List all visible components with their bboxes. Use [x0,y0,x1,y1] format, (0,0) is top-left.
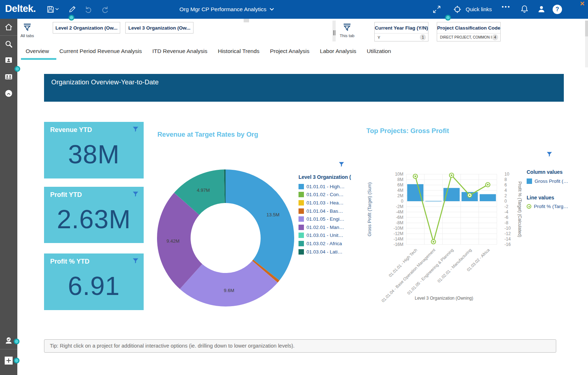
legend-item[interactable]: 01.01.01 - High… [299,182,353,191]
close-icon[interactable]: ✕ [580,0,585,8]
all-tabs-filter-icon[interactable] [22,23,32,32]
legend-item[interactable]: 01.01.05 - Engi… [299,215,353,223]
legend-label: Gross Profit (… [535,178,568,184]
legend-item[interactable]: 01.01.02 - Con… [299,191,353,199]
legend-item[interactable]: Gross Profit (… [527,177,584,185]
bar[interactable] [425,201,441,201]
left-axis-tick: -16M [393,242,403,247]
donut-legend: Level 3 Organization ( 01.01.01 - High…0… [299,174,353,256]
kpi-label: Profit % YTD [50,258,90,265]
help-icon[interactable]: ? [553,5,562,14]
right-axis-title: Profit % (Target) (Calculated) [517,181,522,237]
edit-pencil-icon[interactable] [68,5,77,14]
undo-icon[interactable] [84,5,93,14]
divider-drag-handle[interactable] [333,30,334,35]
tab-project-analysis[interactable]: Project Analysis [270,48,309,54]
quick-links-button[interactable]: Quick links [466,6,492,12]
filter-current-year-flag[interactable]: Current Year Flag (Y/N) Y 1 [374,22,428,41]
kpi-value: 6.91 [44,265,144,310]
dashboard: Deltek. Org Mgr CP Performance Analytics [0,0,588,375]
vertical-scrollbar[interactable] [585,21,588,67]
legend-item[interactable]: 01.01.04 - Bas… [299,207,353,215]
add-plus-button[interactable] [4,356,13,365]
dashboard-title[interactable]: Org Mgr CP Performance Analytics [179,6,274,13]
this-tab-filter-icon[interactable] [342,23,352,32]
filter-chip-label: Level 3 Organization (Ow... [128,25,190,31]
section-banner-title: Organization Overview-Year-to-Date [51,78,159,86]
filter-chip-level3-org[interactable]: Level 3 Organization (Ow... [125,22,193,34]
tab-utilization[interactable]: Utilization [367,48,391,54]
expand-icon[interactable] [432,5,441,14]
kpi-label: Revenue YTD [50,126,92,134]
vertical-scrollbar-thumb[interactable] [585,21,588,36]
annotation-dot [14,339,19,344]
revenue-donut-chart[interactable]: 13.5M9.6M9.42M4.97M [153,162,298,310]
left-axis-tick: 8M [397,177,404,182]
x-axis-title: Level 3 Organization (Owning) [415,296,473,301]
filter-project-classification[interactable]: Project Classification Code DIRECT PROJE… [437,22,501,41]
right-axis-tick: -8 [505,220,509,225]
search-icon[interactable] [4,40,13,48]
legend-swatch [299,184,304,189]
filter-icon[interactable] [132,191,139,197]
legend-item[interactable]: 01.03.02 - Africa [299,239,353,248]
quick-links-target-icon[interactable] [453,5,462,14]
more-options-icon[interactable]: ••• [502,4,511,10]
sidebar-divider [0,349,17,349]
tab-labor-analysis[interactable]: Labor Analysis [320,48,356,54]
top-bar: Deltek. Org Mgr CP Performance Analytics [0,0,588,19]
legend-item[interactable]: 01.01.03 - Hea… [299,199,353,207]
right-axis-tick: -12 [505,231,511,236]
tab-historical-trends[interactable]: Historical Trends [218,48,259,54]
title-chevron-down-icon [270,8,274,11]
kpi-value: 38M [44,134,144,178]
legend-item[interactable]: Profit % (Targ… [527,203,584,211]
employee-badge-icon[interactable] [4,56,13,65]
slice-value-label: 4.97M [197,188,210,193]
filter-icon[interactable] [132,258,139,264]
filter-icon[interactable] [339,162,344,167]
legend-label: 01.01.05 - Engi… [306,216,344,222]
save-chevron-icon[interactable] [55,8,59,11]
people-icon[interactable] [4,72,13,81]
filter-section-divider[interactable] [332,21,336,41]
dashboard-title-text: Org Mgr CP Performance Analytics [179,6,266,13]
legend-item[interactable]: 01.02.01 - Man… [299,223,353,231]
donut-chart-title: Revenue at Target Rates by Org [157,131,258,138]
bar[interactable] [480,194,496,202]
legend-swatch [299,216,304,222]
line-marker-dot [432,241,434,243]
tab-overview[interactable]: Overview [26,48,49,54]
legend-line-marker [527,204,531,209]
home-icon[interactable] [4,23,13,31]
legend-column-header: Column values [527,169,584,175]
gross-profit-combo-chart[interactable]: 10M108M86M64M42M200-2M-2-4M-4-6M-6-8M-8-… [361,155,523,314]
filter-chip-level2-org[interactable]: Level 2 Organization (Ow... [53,22,120,34]
approvals-person-check-icon[interactable] [4,336,13,345]
donut-slice[interactable] [226,169,294,281]
tab-current-period-revenue-analysis[interactable]: Current Period Revenue Analysis [60,48,142,54]
slice-value-label: 9.42M [166,238,179,244]
right-axis-tick: 10 [505,172,510,177]
legend-label: 01.03.04 - Lati… [306,249,343,255]
sidebar-divider [0,35,17,36]
legend-item[interactable]: 01.03.01 - Unit… [299,231,353,240]
right-axis-tick: -14 [505,237,511,242]
tab-itd-revenue-analysis[interactable]: ITD Revenue Analysis [152,48,208,54]
deltek-logo: Deltek. [5,3,36,14]
user-profile-icon[interactable] [537,5,546,13]
right-axis-tick: -10 [505,226,511,231]
history-clock-icon[interactable] [4,89,13,98]
left-axis-tick: 10M [395,172,403,177]
save-icon[interactable] [46,5,55,14]
filter-icon[interactable] [132,126,139,132]
filter-scrollbar-thumb[interactable] [244,19,249,22]
filter-icon[interactable] [546,151,552,157]
filter-value: Y [378,35,420,40]
notifications-bell-icon[interactable] [520,5,529,13]
redo-icon[interactable] [101,5,109,14]
legend-item[interactable]: 01.03.04 - Lati… [299,248,353,256]
legend-swatch [299,241,304,246]
legend-swatch [299,233,304,238]
right-axis-tick: -6 [505,215,509,220]
